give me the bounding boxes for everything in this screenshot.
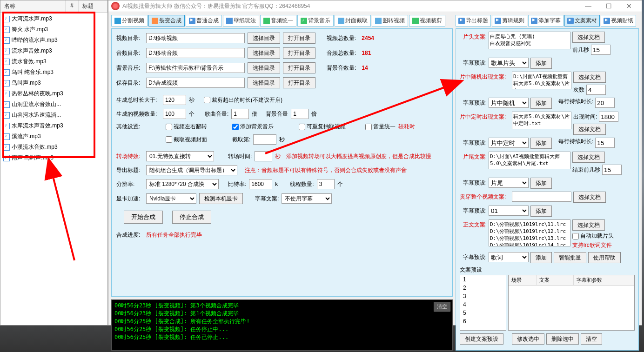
start-compose-button[interactable]: 开始合成 (124, 211, 163, 224)
modify-sel-button[interactable]: 修改选中 (512, 333, 544, 345)
transition-time-input[interactable] (255, 151, 272, 161)
file-item[interactable]: 鸟叫 纯音乐.mp3 (0, 67, 107, 78)
auto-load-checkbox[interactable]: 自动加载片头 (572, 232, 614, 240)
tail-text[interactable] (489, 152, 570, 169)
video-select-dir-button[interactable]: 选择目录 (248, 33, 280, 44)
video-dir-input[interactable] (146, 33, 245, 43)
save-select-dir-button[interactable]: 选择目录 (248, 77, 280, 88)
preset-tail-select[interactable]: 片尾 (489, 178, 529, 188)
delete-sel-button[interactable]: 删除选中 (546, 333, 579, 345)
gen-count-input[interactable] (163, 109, 186, 119)
add-bgm-checkbox[interactable]: 添加背景音乐 (232, 123, 274, 131)
file-item[interactable]: 篝火 水声.mp3 (0, 24, 107, 35)
clear-log-button[interactable]: 清空 (434, 302, 450, 312)
add-midrand-button[interactable]: 添加 (530, 98, 552, 109)
save-open-dir-button[interactable]: 打开目录 (283, 77, 315, 88)
song-vol-input[interactable] (231, 109, 249, 119)
preset-midrand-select[interactable]: 片中随机 (489, 98, 529, 108)
add-lyric-button[interactable]: 添加 (530, 252, 552, 263)
per-dur-input[interactable] (595, 98, 615, 108)
file-item[interactable]: 雨声 鸟叫声.mp3 (0, 153, 107, 163)
volnorm-checkbox[interactable]: 音量统一 (365, 123, 396, 131)
tab-普通合成[interactable]: 普通合成 (186, 15, 222, 27)
clear-preset-button[interactable]: 清空 (581, 333, 602, 345)
tab-背景音乐[interactable]: 背景音乐 (297, 15, 334, 27)
main-text[interactable] (489, 219, 570, 246)
preset-item[interactable]: 6 (460, 317, 506, 325)
preset-lyric-select[interactable]: 歌词 (489, 252, 529, 262)
tab-分割视频[interactable]: 分割视频 (111, 15, 148, 27)
add-01-button[interactable]: 添加 (530, 206, 552, 217)
file-item[interactable]: 山谷河水迅速流淌... (0, 110, 107, 120)
cover-checkbox[interactable]: 截取视频封面 (166, 136, 207, 144)
repeat-checkbox[interactable]: 可重复抽取视频 (299, 123, 346, 131)
preset-listbox[interactable]: 123456 (460, 275, 506, 331)
thread-input[interactable] (317, 179, 335, 189)
audio-open-dir-button[interactable]: 打开目录 (283, 47, 315, 59)
per-dur2-input[interactable] (595, 138, 615, 148)
mid-fixed-select-button[interactable]: 选择文档 (573, 124, 606, 135)
rtab-添加字幕[interactable]: 添加字幕 (528, 15, 564, 27)
mid-rand-text[interactable] (512, 72, 571, 89)
preset-item[interactable]: 1 (460, 275, 506, 284)
flip-lr-checkbox[interactable]: 视频左右翻转 (166, 123, 207, 131)
tail-select-button[interactable]: 选择文档 (572, 152, 605, 163)
mid-rand-select-button[interactable]: 选择文档 (573, 72, 606, 83)
file-item[interactable]: 流水音效.mp3 (0, 56, 107, 67)
col-name[interactable]: 名称 (0, 0, 66, 12)
tab-裂变合成[interactable]: 裂变合成 (148, 15, 185, 27)
file-item[interactable]: 小溪流水音效.mp3 (0, 142, 107, 153)
file-item[interactable]: 鸟叫声.mp3 (0, 78, 107, 88)
through-select-button[interactable]: 选择文档 (573, 192, 606, 203)
subtitle-select[interactable]: 不使用字幕 (282, 193, 332, 204)
smart-batch-button[interactable]: 智能批量 (554, 252, 586, 263)
rtab-文案素材[interactable]: 文案素材 (564, 15, 600, 27)
rtab-导出标题[interactable]: 导出标题 (456, 15, 491, 27)
audio-dir-input[interactable] (146, 48, 245, 58)
help-button[interactable]: 使用帮助 (588, 252, 621, 263)
audio-select-dir-button[interactable]: 选择目录 (248, 47, 280, 59)
save-dir-input[interactable] (146, 78, 245, 88)
cover-frame-input[interactable] (253, 134, 276, 145)
preset-midfixed-select[interactable]: 片中定时 (489, 138, 529, 148)
minimize-button[interactable]: — (578, 0, 598, 12)
file-item[interactable]: 哔哔的流水声.mp3 (0, 35, 107, 46)
times-input[interactable] (586, 85, 606, 95)
rtab-视频贴纸[interactable]: 视频贴纸 (601, 15, 636, 27)
add-midfixed-button[interactable]: 添加 (530, 138, 552, 149)
tab-音频统一[interactable]: 音频统一 (260, 15, 296, 27)
col-title[interactable]: 标题 (79, 0, 107, 12)
gpu-select[interactable]: Nvidia显卡 (146, 193, 196, 204)
gen-len-input[interactable] (163, 95, 186, 105)
resolution-select[interactable]: 标准 1280*720 合成快 (146, 179, 219, 189)
preset-item[interactable]: 3 (460, 292, 506, 300)
tab-壁纸玩法[interactable]: 壁纸玩法 (223, 15, 259, 27)
file-item[interactable]: 水库流水声音效.mp3 (0, 120, 107, 131)
file-item[interactable]: 山洞里流水音效山... (0, 99, 107, 110)
file-item[interactable]: 流水声音效.mp3 (0, 46, 107, 56)
preset-item[interactable]: 5 (460, 309, 506, 317)
main-select-button[interactable]: 选择文档 (572, 219, 605, 231)
through-text[interactable] (512, 192, 571, 202)
appear-input[interactable] (599, 112, 618, 122)
preset-item[interactable]: 4 (460, 300, 506, 309)
col-hash[interactable]: # (66, 0, 79, 12)
video-open-dir-button[interactable]: 打开目录 (283, 33, 315, 44)
bg-vol-input[interactable] (291, 109, 309, 119)
pre-sec-input[interactable] (591, 45, 610, 55)
transition-select[interactable]: 01.无特效直接转 (146, 151, 214, 161)
rtab-剪辑规则[interactable]: 剪辑规则 (492, 15, 527, 27)
cut-extra-checkbox[interactable]: 裁剪超出的时长(不建议开启) (204, 96, 282, 104)
head-text-area[interactable] (489, 32, 570, 49)
bgm-open-dir-button[interactable]: 打开目录 (283, 62, 315, 73)
tab-封面截取[interactable]: 封面截取 (335, 15, 371, 27)
end-sec-input[interactable] (602, 165, 622, 175)
detect-gpu-button[interactable]: 检测本机显卡 (199, 193, 243, 204)
file-item[interactable]: 大河流水声.mp3 (0, 13, 107, 24)
create-preset-button[interactable]: 创建文案预设 (460, 333, 503, 345)
preset-01-select[interactable]: 01 (489, 206, 529, 216)
maximize-button[interactable]: ☐ (599, 0, 618, 12)
bgm-select-dir-button[interactable]: 选择目录 (248, 62, 280, 73)
file-item[interactable]: 热带丛林的夜晚.mp3 (0, 88, 107, 99)
bgm-dir-input[interactable] (146, 63, 245, 73)
